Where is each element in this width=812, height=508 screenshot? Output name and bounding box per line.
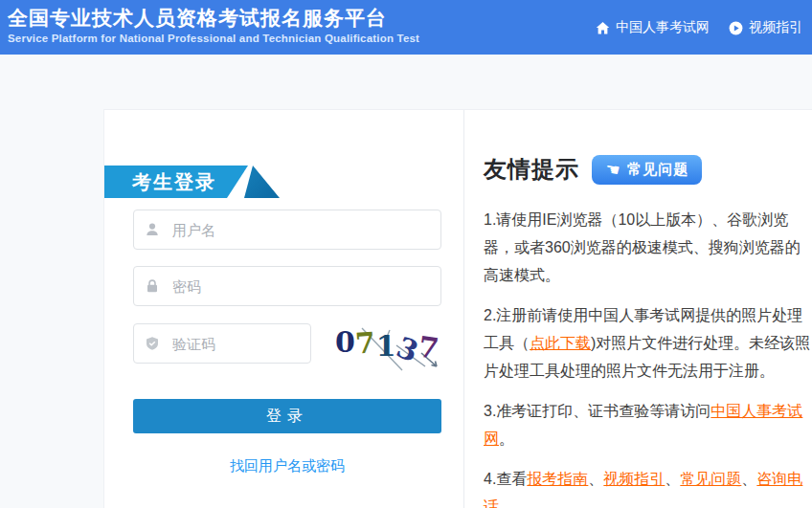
tip-text: 4.查看 [484,471,527,487]
nav-link-label: 视频指引 [749,19,802,36]
tip-text: 、 [741,471,756,487]
lock-icon [145,278,160,294]
user-icon [145,222,160,237]
faq-button-label: 常见问题 [627,161,688,179]
page-title: 全国专业技术人员资格考试报名服务平台 [8,6,419,30]
captcha-image[interactable]: 07137 [329,324,446,374]
username-input[interactable] [133,210,441,250]
recover-account-link[interactable]: 找回用户名或密码 [133,457,441,475]
play-icon [729,21,743,35]
login-panel: 考生登录 07137 [104,110,463,508]
shield-icon [145,336,160,351]
tip-paragraph: 2.注册前请使用中国人事考试网提供的照片处理工具（点此下载)对照片文件进行处理。… [484,301,811,385]
tip-paragraph: 3.准考证打印、证书查验等请访问中国人事考试网。 [484,397,811,453]
tips-panel: 友情提示 ☚ 常见问题 1.请使用IE浏览器（10以上版本）、谷歌浏览器，或者3… [463,110,812,508]
tip-link-video-guide[interactable]: 视频指引 [603,471,665,487]
login-button[interactable]: 登录 [133,399,441,433]
header: 全国专业技术人员资格考试报名服务平台 Service Platform for … [0,0,812,55]
page-subtitle: Service Platform for National Profession… [8,33,419,44]
tips-header: 友情提示 ☚ 常见问题 [484,154,702,185]
username-field-wrapper [133,210,441,250]
nav-link-video-guide[interactable]: 视频指引 [729,19,802,36]
captcha-digit: 7 [417,333,442,364]
main-panel: 考生登录 07137 [103,109,812,508]
tips-title: 友情提示 [484,154,579,185]
header-nav: 中国人事考试网 视频指引 [596,19,802,36]
tip-paragraph: 4.查看报考指南、视频指引、常见问题、咨询电话。 [484,465,811,508]
tip-text: 。 [499,498,514,508]
captcha-field-wrapper [133,323,311,364]
tip-link-exam-guide[interactable]: 报考指南 [527,471,588,487]
pointing-hand-icon: ☚ [604,160,622,179]
nav-link-label: 中国人事考试网 [616,19,710,36]
tip-link-download-photo-tool[interactable]: 点此下载 [530,335,591,351]
login-panel-ribbon: 考生登录 [104,166,286,198]
tip-text: 。 [499,431,514,447]
home-icon [596,21,610,35]
faq-button[interactable]: ☚ 常见问题 [592,155,702,185]
captcha-digit: 7 [354,328,378,359]
password-field-wrapper [133,266,441,306]
tip-link-faq[interactable]: 常见问题 [680,471,741,487]
nav-link-cpta-site[interactable]: 中国人事考试网 [596,19,710,36]
tip-text: 3.准考证打印、证书查验等请访问 [484,403,710,419]
password-input[interactable] [133,266,441,306]
header-titles: 全国专业技术人员资格考试报名服务平台 Service Platform for … [8,6,419,44]
tip-text: 1.请使用IE浏览器（10以上版本）、谷歌浏览器，或者360浏览器的极速模式、搜… [484,211,801,283]
tip-text: 、 [588,471,603,487]
tip-paragraph: 1.请使用IE浏览器（10以上版本）、谷歌浏览器，或者360浏览器的极速模式、搜… [484,206,811,289]
captcha-code: 07137 [335,328,444,357]
tips-list: 1.请使用IE浏览器（10以上版本）、谷歌浏览器，或者360浏览器的极速模式、搜… [484,206,811,508]
tip-text: 、 [665,471,680,487]
